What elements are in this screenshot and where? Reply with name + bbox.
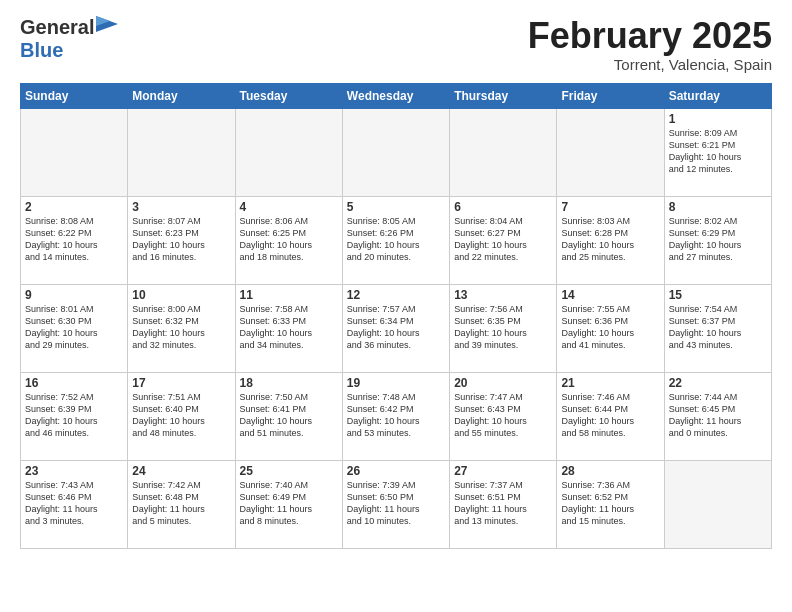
calendar-cell: 19Sunrise: 7:48 AM Sunset: 6:42 PM Dayli… — [342, 372, 449, 460]
calendar-week-4: 16Sunrise: 7:52 AM Sunset: 6:39 PM Dayli… — [21, 372, 772, 460]
day-info: Sunrise: 7:36 AM Sunset: 6:52 PM Dayligh… — [561, 479, 659, 528]
calendar-cell: 17Sunrise: 7:51 AM Sunset: 6:40 PM Dayli… — [128, 372, 235, 460]
day-info: Sunrise: 7:57 AM Sunset: 6:34 PM Dayligh… — [347, 303, 445, 352]
day-number: 22 — [669, 376, 767, 390]
day-info: Sunrise: 8:02 AM Sunset: 6:29 PM Dayligh… — [669, 215, 767, 264]
day-number: 23 — [25, 464, 123, 478]
day-number: 12 — [347, 288, 445, 302]
calendar-header-friday: Friday — [557, 83, 664, 108]
logo-text: General Blue — [20, 16, 118, 62]
calendar-week-3: 9Sunrise: 8:01 AM Sunset: 6:30 PM Daylig… — [21, 284, 772, 372]
calendar-cell — [664, 460, 771, 548]
day-number: 1 — [669, 112, 767, 126]
calendar-cell: 1Sunrise: 8:09 AM Sunset: 6:21 PM Daylig… — [664, 108, 771, 196]
calendar-cell: 10Sunrise: 8:00 AM Sunset: 6:32 PM Dayli… — [128, 284, 235, 372]
calendar-cell: 23Sunrise: 7:43 AM Sunset: 6:46 PM Dayli… — [21, 460, 128, 548]
day-info: Sunrise: 8:00 AM Sunset: 6:32 PM Dayligh… — [132, 303, 230, 352]
day-number: 17 — [132, 376, 230, 390]
calendar-header-sunday: Sunday — [21, 83, 128, 108]
day-number: 14 — [561, 288, 659, 302]
day-number: 6 — [454, 200, 552, 214]
day-info: Sunrise: 7:52 AM Sunset: 6:39 PM Dayligh… — [25, 391, 123, 440]
calendar-title: February 2025 — [528, 16, 772, 56]
day-number: 18 — [240, 376, 338, 390]
calendar-cell: 26Sunrise: 7:39 AM Sunset: 6:50 PM Dayli… — [342, 460, 449, 548]
calendar-cell: 14Sunrise: 7:55 AM Sunset: 6:36 PM Dayli… — [557, 284, 664, 372]
day-number: 11 — [240, 288, 338, 302]
day-number: 21 — [561, 376, 659, 390]
calendar-cell: 5Sunrise: 8:05 AM Sunset: 6:26 PM Daylig… — [342, 196, 449, 284]
calendar-cell: 4Sunrise: 8:06 AM Sunset: 6:25 PM Daylig… — [235, 196, 342, 284]
day-info: Sunrise: 8:04 AM Sunset: 6:27 PM Dayligh… — [454, 215, 552, 264]
day-info: Sunrise: 7:39 AM Sunset: 6:50 PM Dayligh… — [347, 479, 445, 528]
day-info: Sunrise: 7:55 AM Sunset: 6:36 PM Dayligh… — [561, 303, 659, 352]
calendar-cell — [342, 108, 449, 196]
calendar-cell: 22Sunrise: 7:44 AM Sunset: 6:45 PM Dayli… — [664, 372, 771, 460]
day-number: 16 — [25, 376, 123, 390]
calendar-cell: 27Sunrise: 7:37 AM Sunset: 6:51 PM Dayli… — [450, 460, 557, 548]
day-number: 15 — [669, 288, 767, 302]
day-number: 19 — [347, 376, 445, 390]
day-number: 2 — [25, 200, 123, 214]
title-block: February 2025 Torrent, Valencia, Spain — [528, 16, 772, 73]
calendar-week-2: 2Sunrise: 8:08 AM Sunset: 6:22 PM Daylig… — [21, 196, 772, 284]
day-number: 7 — [561, 200, 659, 214]
day-info: Sunrise: 8:01 AM Sunset: 6:30 PM Dayligh… — [25, 303, 123, 352]
day-info: Sunrise: 8:09 AM Sunset: 6:21 PM Dayligh… — [669, 127, 767, 176]
calendar-cell: 13Sunrise: 7:56 AM Sunset: 6:35 PM Dayli… — [450, 284, 557, 372]
day-number: 5 — [347, 200, 445, 214]
day-info: Sunrise: 8:07 AM Sunset: 6:23 PM Dayligh… — [132, 215, 230, 264]
day-info: Sunrise: 7:46 AM Sunset: 6:44 PM Dayligh… — [561, 391, 659, 440]
day-number: 26 — [347, 464, 445, 478]
logo-flag-icon — [96, 16, 118, 32]
day-number: 25 — [240, 464, 338, 478]
day-info: Sunrise: 7:51 AM Sunset: 6:40 PM Dayligh… — [132, 391, 230, 440]
day-number: 28 — [561, 464, 659, 478]
day-info: Sunrise: 7:37 AM Sunset: 6:51 PM Dayligh… — [454, 479, 552, 528]
calendar-cell: 6Sunrise: 8:04 AM Sunset: 6:27 PM Daylig… — [450, 196, 557, 284]
day-info: Sunrise: 7:47 AM Sunset: 6:43 PM Dayligh… — [454, 391, 552, 440]
calendar-cell: 16Sunrise: 7:52 AM Sunset: 6:39 PM Dayli… — [21, 372, 128, 460]
day-info: Sunrise: 7:56 AM Sunset: 6:35 PM Dayligh… — [454, 303, 552, 352]
calendar-subtitle: Torrent, Valencia, Spain — [528, 56, 772, 73]
calendar-cell — [21, 108, 128, 196]
calendar-header-row: SundayMondayTuesdayWednesdayThursdayFrid… — [21, 83, 772, 108]
calendar-cell — [557, 108, 664, 196]
calendar-cell — [128, 108, 235, 196]
calendar-cell: 25Sunrise: 7:40 AM Sunset: 6:49 PM Dayli… — [235, 460, 342, 548]
calendar-cell: 15Sunrise: 7:54 AM Sunset: 6:37 PM Dayli… — [664, 284, 771, 372]
calendar-header-monday: Monday — [128, 83, 235, 108]
calendar-cell: 9Sunrise: 8:01 AM Sunset: 6:30 PM Daylig… — [21, 284, 128, 372]
calendar-header-wednesday: Wednesday — [342, 83, 449, 108]
day-number: 8 — [669, 200, 767, 214]
calendar-cell: 11Sunrise: 7:58 AM Sunset: 6:33 PM Dayli… — [235, 284, 342, 372]
day-info: Sunrise: 7:54 AM Sunset: 6:37 PM Dayligh… — [669, 303, 767, 352]
day-info: Sunrise: 8:08 AM Sunset: 6:22 PM Dayligh… — [25, 215, 123, 264]
day-info: Sunrise: 7:58 AM Sunset: 6:33 PM Dayligh… — [240, 303, 338, 352]
calendar-cell: 3Sunrise: 8:07 AM Sunset: 6:23 PM Daylig… — [128, 196, 235, 284]
calendar-cell: 21Sunrise: 7:46 AM Sunset: 6:44 PM Dayli… — [557, 372, 664, 460]
day-info: Sunrise: 8:03 AM Sunset: 6:28 PM Dayligh… — [561, 215, 659, 264]
calendar-cell — [235, 108, 342, 196]
day-number: 3 — [132, 200, 230, 214]
calendar-cell: 20Sunrise: 7:47 AM Sunset: 6:43 PM Dayli… — [450, 372, 557, 460]
calendar-week-5: 23Sunrise: 7:43 AM Sunset: 6:46 PM Dayli… — [21, 460, 772, 548]
day-info: Sunrise: 8:06 AM Sunset: 6:25 PM Dayligh… — [240, 215, 338, 264]
day-info: Sunrise: 7:48 AM Sunset: 6:42 PM Dayligh… — [347, 391, 445, 440]
calendar-table: SundayMondayTuesdayWednesdayThursdayFrid… — [20, 83, 772, 549]
day-number: 20 — [454, 376, 552, 390]
calendar-cell: 28Sunrise: 7:36 AM Sunset: 6:52 PM Dayli… — [557, 460, 664, 548]
calendar-cell — [450, 108, 557, 196]
calendar-header-saturday: Saturday — [664, 83, 771, 108]
calendar-header-thursday: Thursday — [450, 83, 557, 108]
calendar-cell: 7Sunrise: 8:03 AM Sunset: 6:28 PM Daylig… — [557, 196, 664, 284]
calendar-header-tuesday: Tuesday — [235, 83, 342, 108]
day-info: Sunrise: 7:44 AM Sunset: 6:45 PM Dayligh… — [669, 391, 767, 440]
day-info: Sunrise: 8:05 AM Sunset: 6:26 PM Dayligh… — [347, 215, 445, 264]
calendar-week-1: 1Sunrise: 8:09 AM Sunset: 6:21 PM Daylig… — [21, 108, 772, 196]
day-info: Sunrise: 7:43 AM Sunset: 6:46 PM Dayligh… — [25, 479, 123, 528]
calendar-cell: 2Sunrise: 8:08 AM Sunset: 6:22 PM Daylig… — [21, 196, 128, 284]
calendar-cell: 18Sunrise: 7:50 AM Sunset: 6:41 PM Dayli… — [235, 372, 342, 460]
day-info: Sunrise: 7:40 AM Sunset: 6:49 PM Dayligh… — [240, 479, 338, 528]
calendar-cell: 8Sunrise: 8:02 AM Sunset: 6:29 PM Daylig… — [664, 196, 771, 284]
